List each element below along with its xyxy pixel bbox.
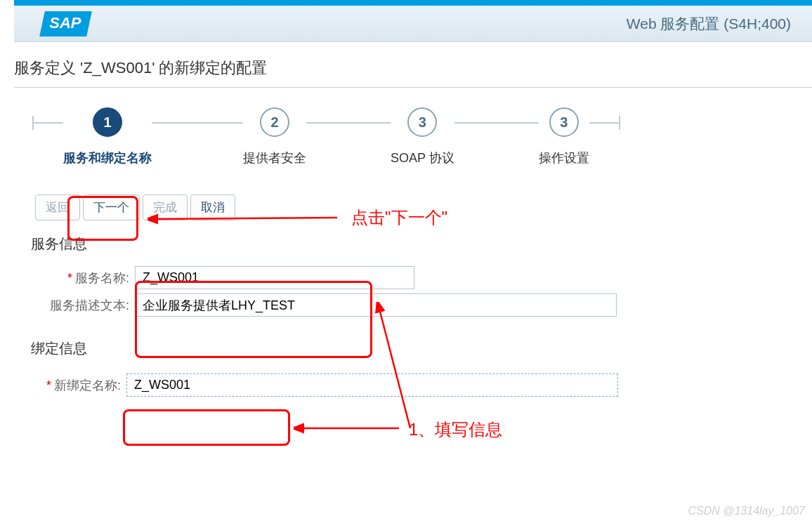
wizard-step-1[interactable]: 1 服务和绑定名称 <box>63 107 152 166</box>
binding-info-title: 绑定信息 <box>31 339 812 358</box>
wizard-step-label: 服务和绑定名称 <box>63 150 152 166</box>
service-info-title: 服务信息 <box>31 234 812 253</box>
service-name-input[interactable] <box>135 266 414 289</box>
app-header: SAP Web 服务配置 (S4H;400) <box>14 6 812 42</box>
arrow-icon <box>294 418 406 439</box>
service-desc-row: 服务描述文本: <box>31 293 812 317</box>
wizard-step-circle: 3 <box>407 107 437 137</box>
annotation-highlight <box>123 409 290 446</box>
service-desc-input[interactable] <box>135 293 617 317</box>
header-title: Web 服务配置 (S4H;400) <box>627 14 791 34</box>
binding-name-label: *新绑定名称: <box>31 377 126 394</box>
wizard-step-label: 提供者安全 <box>243 150 306 166</box>
wizard-step-2[interactable]: 2 提供者安全 <box>243 107 306 166</box>
wizard-step-4[interactable]: 3 操作设置 <box>539 107 589 166</box>
wizard-step-label: SOAP 协议 <box>391 150 454 166</box>
page-title: 服务定义 'Z_WS001' 的新绑定的配置 <box>14 58 812 79</box>
annotation-text: 1、填写信息 <box>409 418 502 441</box>
next-button[interactable]: 下一个 <box>83 194 140 220</box>
binding-info-section: 绑定信息 *新绑定名称: <box>31 339 812 397</box>
top-accent-bar <box>14 0 812 6</box>
wizard-step-circle: 3 <box>549 107 579 137</box>
service-info-section: 服务信息 *服务名称: 服务描述文本: <box>31 234 812 317</box>
wizard-step-3[interactable]: 3 SOAP 协议 <box>391 107 454 166</box>
wizard-step-label: 操作设置 <box>539 150 589 166</box>
wizard-roadmap: 1 服务和绑定名称 2 提供者安全 3 SOAP 协议 3 操作设置 <box>32 107 812 166</box>
page-title-wrap: 服务定义 'Z_WS001' 的新绑定的配置 <box>14 58 812 88</box>
cancel-button[interactable]: 取消 <box>190 194 235 220</box>
binding-name-input[interactable] <box>126 373 618 397</box>
service-name-label: *服务名称: <box>31 270 135 286</box>
finish-button: 完成 <box>143 194 188 220</box>
binding-name-row: *新绑定名称: <box>31 373 812 397</box>
sap-logo: SAP <box>39 11 92 37</box>
wizard-step-circle: 2 <box>260 107 289 137</box>
wizard-step-circle: 1 <box>93 107 122 137</box>
watermark: CSDN @1314lay_1007 <box>688 505 805 517</box>
back-button: 返回 <box>35 194 80 220</box>
wizard-button-row: 返回 下一个 完成 取消 <box>35 194 812 220</box>
service-name-row: *服务名称: <box>31 266 812 289</box>
service-desc-label: 服务描述文本: <box>31 297 135 314</box>
